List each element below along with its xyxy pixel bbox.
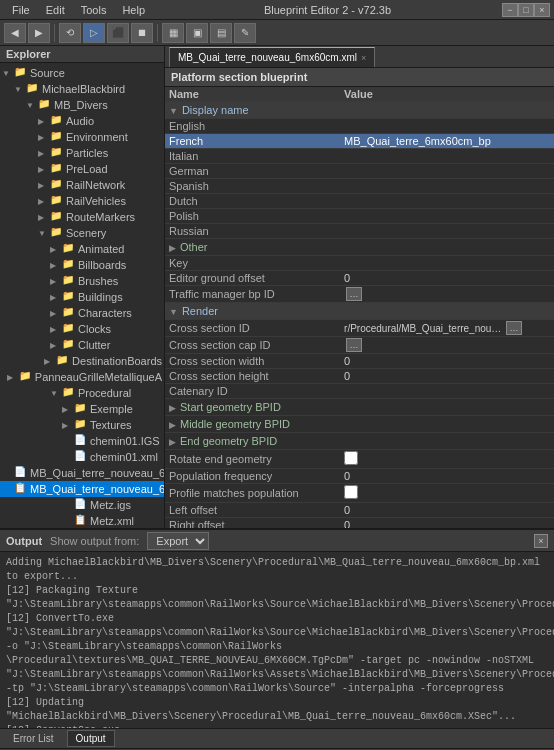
cross-section-cap-browse-btn[interactable]: … (346, 338, 362, 352)
prop-row-cross-section-width[interactable]: Cross section width 0 (165, 354, 554, 369)
tree-item-chemin01igs[interactable]: 📄 chemin01.IGS (0, 433, 164, 449)
toolbar-btn-2[interactable]: ⟲ (59, 23, 81, 43)
prop-row-german[interactable]: German (165, 164, 554, 179)
prop-row-profile-match[interactable]: Profile matches population (165, 484, 554, 503)
toolbar-btn-6[interactable]: ▦ (162, 23, 184, 43)
tree-item-clutter[interactable]: ▶ 📁 Clutter (0, 337, 164, 353)
profile-match-checkbox[interactable] (344, 485, 358, 499)
prop-val-key[interactable] (340, 256, 554, 271)
prop-val-profile-match[interactable] (340, 484, 554, 503)
tree-item-mbquai-igs[interactable]: 📄 MB_Quai_terre_nouveau_6mx60cm.igs (0, 465, 164, 481)
prop-val-italian[interactable] (340, 149, 554, 164)
prop-row-left-offset[interactable]: Left offset 0 (165, 503, 554, 518)
prop-row-key[interactable]: Key (165, 256, 554, 271)
prop-val-left-offset[interactable]: 0 (340, 503, 554, 518)
toolbar-btn-7[interactable]: ▣ (186, 23, 208, 43)
prop-row-end-geom[interactable]: ▶End geometry BPID (165, 433, 554, 450)
tree-item-procedural[interactable]: ▼ 📁 Procedural (0, 385, 164, 401)
tab-output[interactable]: Output (67, 730, 115, 747)
traffic-mgr-browse-btn[interactable]: … (346, 287, 362, 301)
tab-mbquai[interactable]: MB_Quai_terre_nouveau_6mx60cm.xml × (169, 47, 375, 67)
tree-item-metz-igs[interactable]: 📄 Metz.igs (0, 497, 164, 513)
tab-close-icon[interactable]: × (361, 53, 366, 63)
output-close-btn[interactable]: × (534, 534, 548, 548)
tree-item-characters[interactable]: ▶ 📁 Characters (0, 305, 164, 321)
cross-section-id-browse-btn[interactable]: … (506, 321, 522, 335)
prop-row-rotate-end[interactable]: Rotate end geometry (165, 450, 554, 469)
maximize-button[interactable]: □ (518, 3, 534, 17)
prop-row-russian[interactable]: Russian (165, 224, 554, 239)
menu-tools[interactable]: Tools (73, 2, 115, 18)
tree-item-michaelblackbird[interactable]: ▼ 📁 MichaelBlackbird (0, 81, 164, 97)
close-button[interactable]: × (534, 3, 550, 17)
prop-val-russian[interactable] (340, 224, 554, 239)
toolbar-btn-9[interactable]: ✎ (234, 23, 256, 43)
toolbar-btn-0[interactable]: ◀ (4, 23, 26, 43)
tree-item-source[interactable]: ▼ 📁 Source (0, 65, 164, 81)
prop-val-rotate-end[interactable] (340, 450, 554, 469)
prop-val-polish[interactable] (340, 209, 554, 224)
menu-file[interactable]: File (4, 2, 38, 18)
tree-item-environment[interactable]: ▶ 📁 Environment (0, 129, 164, 145)
toolbar-btn-8[interactable]: ▤ (210, 23, 232, 43)
prop-val-german[interactable] (340, 164, 554, 179)
tree-item-mb-divers[interactable]: ▼ 📁 MB_Divers (0, 97, 164, 113)
toolbar-btn-1[interactable]: ▶ (28, 23, 50, 43)
tree-item-billboards[interactable]: ▶ 📁 Billboards (0, 257, 164, 273)
tree-item-textures[interactable]: ▶ 📁 Textures (0, 417, 164, 433)
prop-row-catenary-id[interactable]: Catenary ID (165, 384, 554, 399)
rotate-end-checkbox[interactable] (344, 451, 358, 465)
tree-item-preload[interactable]: ▶ 📁 PreLoad (0, 161, 164, 177)
tree-item-routemarkers[interactable]: ▶ 📁 RouteMarkers (0, 209, 164, 225)
prop-row-cross-section-height[interactable]: Cross section height 0 (165, 369, 554, 384)
prop-val-cross-section-width[interactable]: 0 (340, 354, 554, 369)
tree-item-brushes[interactable]: ▶ 📁 Brushes (0, 273, 164, 289)
tree-item-scenery[interactable]: ▼ 📁 Scenery (0, 225, 164, 241)
prop-val-dutch[interactable] (340, 194, 554, 209)
tree-item-clocks[interactable]: ▶ 📁 Clocks (0, 321, 164, 337)
prop-row-ground-offset[interactable]: Editor ground offset 0 (165, 271, 554, 286)
tree-container[interactable]: ▼ 📁 Source ▼ 📁 MichaelBlackbird ▼ 📁 MB_D… (0, 63, 164, 528)
tree-item-railnetwork[interactable]: ▶ 📁 RailNetwork (0, 177, 164, 193)
tab-error-list[interactable]: Error List (4, 730, 63, 747)
toolbar-btn-3[interactable]: ▷ (83, 23, 105, 43)
prop-row-traffic-mgr-bp[interactable]: Traffic manager bp ID … (165, 286, 554, 303)
prop-row-cross-section-cap-id[interactable]: Cross section cap ID … (165, 337, 554, 354)
tree-item-railvehicles[interactable]: ▶ 📁 RailVehicles (0, 193, 164, 209)
prop-row-english[interactable]: English (165, 119, 554, 134)
tree-item-chemin01xml[interactable]: 📄 chemin01.xml (0, 449, 164, 465)
prop-val-cross-section-cap-id[interactable]: … (340, 337, 554, 354)
prop-val-spanish[interactable] (340, 179, 554, 194)
tree-item-metz-xml[interactable]: 📋 Metz.xml (0, 513, 164, 528)
prop-val-traffic-mgr-bp[interactable]: … (340, 286, 554, 303)
prop-val-ground-offset[interactable]: 0 (340, 271, 554, 286)
menu-edit[interactable]: Edit (38, 2, 73, 18)
prop-row-dutch[interactable]: Dutch (165, 194, 554, 209)
toolbar-btn-5[interactable]: ⏹ (131, 23, 153, 43)
prop-row-right-offset[interactable]: Right offset 0 (165, 518, 554, 529)
prop-row-italian[interactable]: Italian (165, 149, 554, 164)
prop-row-start-geom[interactable]: ▶Start geometry BPID (165, 399, 554, 416)
prop-row-cross-section-id[interactable]: Cross section ID r/Procedural/MB_Quai_te… (165, 320, 554, 337)
prop-val-english[interactable] (340, 119, 554, 134)
tree-item-mbquai-bp-xml[interactable]: 📋 MB_Quai_terre_nouveau_6mx60cm_bp.xml (0, 481, 164, 497)
tree-item-exemple[interactable]: ▶ 📁 Exemple (0, 401, 164, 417)
tree-item-buildings[interactable]: ▶ 📁 Buildings (0, 289, 164, 305)
toolbar-btn-4[interactable]: ⬛ (107, 23, 129, 43)
prop-row-other[interactable]: ▶Other (165, 239, 554, 256)
tree-item-audio[interactable]: ▶ 📁 Audio (0, 113, 164, 129)
prop-val-french[interactable]: MB_Quai_terre_6mx60cm_bp (340, 134, 554, 149)
prop-val-catenary-id[interactable] (340, 384, 554, 399)
prop-val-pop-freq[interactable]: 0 (340, 469, 554, 484)
minimize-button[interactable]: − (502, 3, 518, 17)
prop-val-cross-section-height[interactable]: 0 (340, 369, 554, 384)
prop-row-polish[interactable]: Polish (165, 209, 554, 224)
prop-row-spanish[interactable]: Spanish (165, 179, 554, 194)
prop-row-middle-geom[interactable]: ▶Middle geometry BPID (165, 416, 554, 433)
prop-val-right-offset[interactable]: 0 (340, 518, 554, 529)
prop-row-french[interactable]: French MB_Quai_terre_6mx60cm_bp (165, 134, 554, 149)
output-source-select[interactable]: Export (147, 532, 209, 550)
tree-item-particles[interactable]: ▶ 📁 Particles (0, 145, 164, 161)
tree-item-animated[interactable]: ▶ 📁 Animated (0, 241, 164, 257)
prop-row-pop-freq[interactable]: Population frequency 0 (165, 469, 554, 484)
